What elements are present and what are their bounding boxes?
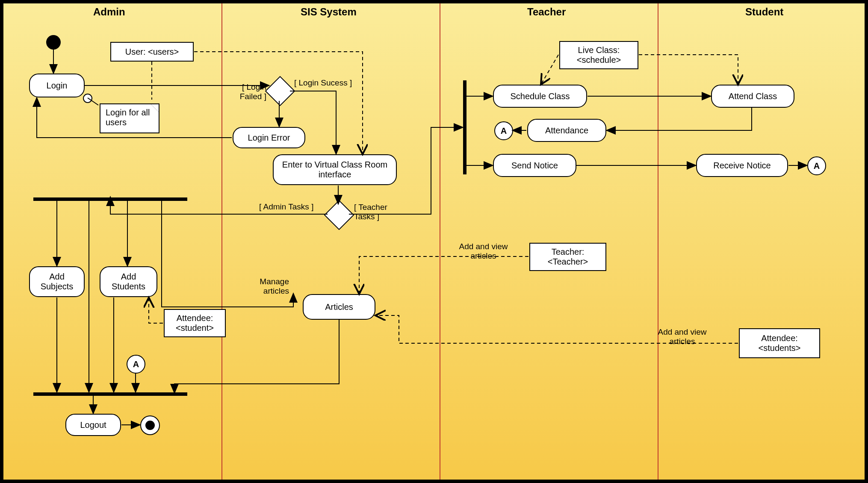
label-add-view-students: Add and view articles: [645, 327, 720, 346]
decision-login: [265, 76, 295, 106]
activity-attendance: Attendance: [527, 119, 606, 142]
activity-articles: Articles: [303, 294, 375, 320]
connector-a-1: A: [494, 121, 513, 140]
final-node: [140, 415, 160, 435]
activity-receive-notice: Receive Notice: [696, 154, 788, 177]
object-teacher: Teacher: <Teacher>: [529, 243, 606, 271]
lane-title-sis: SIS System: [301, 6, 357, 18]
activity-send-notice: Send Notice: [493, 154, 576, 177]
lane-title-admin: Admin: [93, 6, 125, 18]
object-attendee-students: Attendee: <students>: [739, 328, 820, 358]
connector-a-2: A: [127, 355, 145, 374]
activity-add-subjects: Add Subjects: [29, 266, 85, 297]
activity-login-error: Login Error: [233, 127, 305, 148]
note-login: Login for all users: [100, 103, 159, 133]
decision-tasks: [324, 200, 354, 230]
activity-login: Login: [29, 74, 85, 97]
fork-teacher: [463, 80, 466, 174]
guard-login-failed: [ Login Failed ]: [226, 82, 266, 101]
guard-login-success: [ Login Sucess ]: [294, 78, 352, 88]
activity-attend-class: Attend Class: [711, 85, 794, 108]
lane-divider-1: [221, 3, 222, 480]
label-manage-articles: Manage articles: [242, 277, 289, 296]
activity-diagram: Admin SIS System Teacher Student Login L…: [0, 0, 868, 483]
join-admin: [33, 392, 187, 396]
lane-divider-3: [658, 3, 658, 480]
lane-title-teacher: Teacher: [527, 6, 566, 18]
activity-schedule-class: Schedule Class: [493, 85, 587, 108]
connector-a-3: A: [807, 156, 826, 175]
lane-divider-2: [440, 3, 440, 480]
activity-enter-virtual: Enter to Virtual Class Room interface: [273, 154, 397, 185]
guard-teacher-tasks: [ Teacher Tasks ]: [354, 203, 401, 221]
guard-admin-tasks: [ Admin Tasks ]: [259, 202, 313, 212]
activity-logout: Logout: [65, 414, 121, 436]
fork-admin: [33, 197, 187, 201]
label-add-view-teacher: Add and view articles: [446, 242, 521, 261]
object-live-class: Live Class: <schedule>: [559, 41, 638, 69]
object-user: User: <users>: [110, 42, 194, 62]
note-anchor: [83, 94, 92, 103]
lane-title-student: Student: [745, 6, 783, 18]
svg-line-20: [541, 55, 558, 84]
object-attendee-student: Attendee: <student>: [164, 309, 226, 337]
edges: [3, 3, 865, 480]
initial-node: [46, 35, 61, 50]
activity-add-students: Add Students: [100, 266, 157, 297]
